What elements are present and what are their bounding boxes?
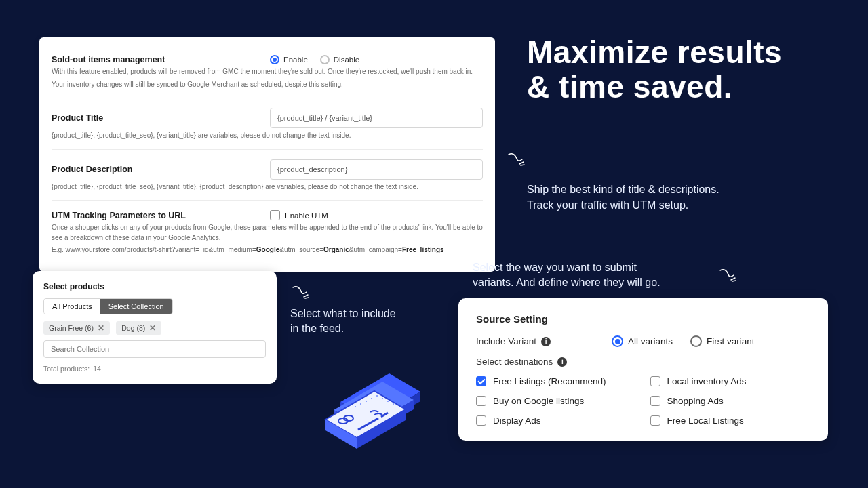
- chip-dog: Dog (8) ✕: [116, 321, 161, 335]
- select-products-title: Select products: [43, 282, 266, 291]
- radio-ring-icon: [612, 336, 623, 347]
- svg-point-18: [393, 403, 394, 405]
- dest-display-ads[interactable]: Display Ads: [476, 415, 637, 426]
- svg-point-14: [371, 398, 372, 399]
- soldout-help-2: Your inventory changes will still be syn…: [52, 80, 483, 90]
- headline-line1: Maximize results: [527, 35, 782, 70]
- tab-all-products[interactable]: All Products: [44, 299, 100, 314]
- caption-select-feed: Select what to include in the feed.: [290, 306, 439, 337]
- svg-point-19: [360, 403, 361, 405]
- radio-first-variant[interactable]: First variant: [690, 336, 755, 347]
- product-title-input[interactable]: {product_title} / {variant_title}: [270, 108, 483, 128]
- utm-help-1: Once a shopper clicks on any of your pro…: [52, 223, 483, 243]
- destinations-grid: Free Listings (Recommend) Local inventor…: [476, 376, 810, 426]
- total-products: Total products: 14: [43, 365, 266, 373]
- dest-free-listings[interactable]: Free Listings (Recommend): [476, 376, 637, 386]
- chip-label: Grain Free (6): [49, 324, 94, 332]
- select-destinations-label: Select destinations: [476, 357, 553, 367]
- product-desc-input[interactable]: {product_description}: [270, 159, 483, 180]
- credit-cards-icon: [319, 352, 427, 461]
- headline-line2: & time saved.: [527, 70, 782, 104]
- product-desc-label: Product Description: [52, 165, 270, 174]
- caption-titles-utm: Ship the best kind of title & descriptio…: [527, 182, 771, 213]
- section-soldout: Sold-out items management Enable Disable…: [52, 48, 483, 98]
- chip-label: Dog (8): [121, 324, 145, 332]
- tab-select-collection[interactable]: Select Collection: [100, 299, 172, 314]
- utm-title: UTM Tracking Parameters to URL: [52, 211, 270, 220]
- include-variant-label: Include Variant: [476, 336, 536, 346]
- select-products-card: Select products All Products Select Coll…: [33, 271, 277, 384]
- svg-point-13: [366, 401, 367, 402]
- radio-disable[interactable]: Disable: [320, 55, 359, 64]
- radio-enable[interactable]: Enable: [270, 55, 308, 64]
- page-headline: Maximize results & time saved.: [527, 35, 782, 104]
- dest-label: Local inventory Ads: [667, 376, 747, 386]
- settings-card: Sold-out items management Enable Disable…: [39, 37, 495, 272]
- dest-label: Buy on Google listings: [493, 396, 584, 406]
- collection-chips: Grain Free (6) ✕ Dog (8) ✕: [43, 321, 266, 335]
- products-segment: All Products Select Collection: [43, 298, 173, 314]
- chip-grain-free: Grain Free (6) ✕: [43, 321, 110, 335]
- section-utm: UTM Tracking Parameters to URL Enable UT…: [52, 200, 483, 264]
- soldout-radio-group: Enable Disable: [270, 55, 359, 64]
- utm-help-2: E.g. www.yourstore.com/products/t-shirt?…: [52, 245, 483, 256]
- svg-point-16: [382, 398, 383, 399]
- section-product-title: Product Title {product_title} / {variant…: [52, 98, 483, 149]
- soldout-help-1: With this feature enabled, products will…: [52, 67, 483, 77]
- checkbox-icon: [476, 396, 486, 406]
- section-product-description: Product Description {product_description…: [52, 149, 483, 201]
- chip-remove-icon[interactable]: ✕: [98, 324, 104, 332]
- squiggle-icon: [292, 285, 312, 300]
- info-icon[interactable]: i: [557, 357, 567, 367]
- checkbox-icon: [270, 210, 280, 220]
- dest-shopping-ads[interactable]: Shopping Ads: [650, 396, 811, 406]
- checkbox-icon: [650, 376, 660, 386]
- enable-utm-label: Enable UTM: [285, 211, 328, 220]
- dest-label: Free Local Listings: [667, 415, 744, 426]
- dest-free-local-listings[interactable]: Free Local Listings: [650, 415, 811, 426]
- include-variant-row: Include Variant i All variants First var…: [476, 336, 810, 347]
- radio-enable-label: Enable: [283, 56, 308, 64]
- squiggle-icon: [719, 268, 739, 283]
- radio-dot-icon: [270, 55, 279, 64]
- dest-label: Display Ads: [493, 415, 541, 426]
- dest-label: Shopping Ads: [667, 396, 724, 406]
- checkbox-icon: [476, 415, 486, 426]
- radio-all-variants[interactable]: All variants: [612, 336, 673, 347]
- checkbox-enable-utm[interactable]: Enable UTM: [270, 210, 328, 220]
- dest-local-inventory[interactable]: Local inventory Ads: [650, 376, 811, 386]
- product-title-label: Product Title: [52, 113, 270, 123]
- radio-all-variants-label: All variants: [628, 336, 673, 346]
- svg-point-20: [355, 406, 356, 407]
- dest-buy-on-google[interactable]: Buy on Google listings: [476, 396, 637, 406]
- radio-dot-icon: [320, 55, 330, 64]
- info-icon[interactable]: i: [541, 337, 551, 346]
- caption-variants: Select the way you want to submit varian…: [473, 260, 717, 291]
- radio-first-variant-label: First variant: [707, 336, 755, 346]
- squiggle-icon: [507, 152, 528, 167]
- search-collection-input[interactable]: [43, 340, 266, 358]
- select-destinations-row: Select destinations i: [476, 357, 810, 367]
- checkbox-icon: [476, 376, 486, 386]
- svg-point-15: [376, 395, 378, 396]
- dest-label: Free Listings (Recommend): [493, 376, 606, 386]
- product-desc-help: {product_title}, {product_title_seo}, {v…: [52, 182, 483, 192]
- source-setting-title: Source Setting: [476, 313, 810, 325]
- chip-remove-icon[interactable]: ✕: [149, 324, 156, 332]
- checkbox-icon: [650, 415, 660, 426]
- radio-ring-icon: [690, 336, 702, 347]
- soldout-title: Sold-out items management: [52, 55, 270, 64]
- product-title-help: {product_title}, {product_title_seo}, {v…: [52, 131, 483, 141]
- source-setting-card: Source Setting Include Variant i All var…: [458, 298, 828, 441]
- svg-point-17: [387, 401, 389, 402]
- checkbox-icon: [650, 396, 660, 406]
- radio-disable-label: Disable: [334, 56, 359, 64]
